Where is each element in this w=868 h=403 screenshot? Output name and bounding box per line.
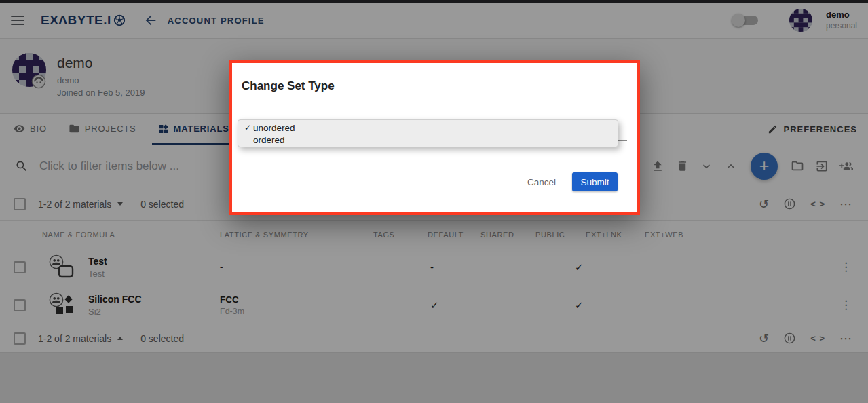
option-unordered[interactable]: ✓ unordered	[238, 121, 618, 134]
submit-button[interactable]: Submit	[572, 172, 618, 191]
option-label: ordered	[253, 135, 285, 145]
check-icon: ✓	[242, 123, 253, 132]
account-profile-screen: EXΛBYTE.I ACCOUNT PROFILE demo personal	[0, 0, 868, 403]
set-type-listbox[interactable]: ✓ unordered ordered	[238, 119, 618, 147]
change-set-type-dialog: Change Set Type ✓ unordered ordered Canc…	[229, 60, 640, 215]
option-ordered[interactable]: ordered	[238, 134, 618, 146]
cancel-button[interactable]: Cancel	[523, 177, 560, 187]
option-label: unordered	[253, 123, 295, 133]
dialog-title: Change Set Type	[242, 79, 335, 93]
